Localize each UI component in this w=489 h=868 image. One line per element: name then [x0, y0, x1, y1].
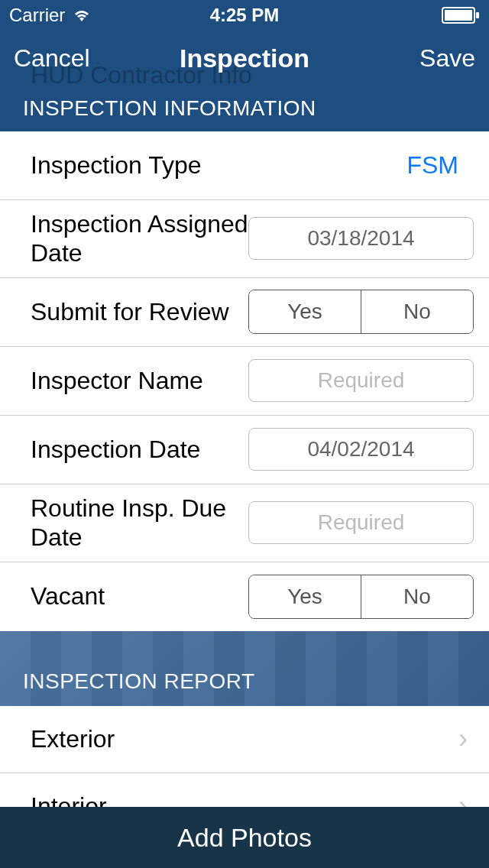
label-routine-due: Routine Insp. Due Date	[31, 494, 248, 552]
submit-review-yes[interactable]: Yes	[249, 290, 361, 333]
section-header-report-label: INSPECTION REPORT	[23, 669, 255, 693]
input-inspection-date[interactable]	[248, 428, 474, 471]
vacant-yes[interactable]: Yes	[249, 575, 361, 618]
save-button[interactable]: Save	[419, 44, 475, 73]
vacant-no[interactable]: No	[361, 575, 473, 618]
svg-rect-1	[445, 10, 472, 21]
row-vacant: Vacant Yes No	[0, 562, 489, 631]
row-submit-review: Submit for Review Yes No	[0, 278, 489, 347]
label-inspector-name: Inspector Name	[31, 366, 248, 395]
nav-bar: HUD Contractor Info Cancel Inspection Sa…	[0, 31, 489, 86]
status-bar: Carrier 4:25 PM	[0, 0, 489, 31]
carrier-label: Carrier	[9, 5, 65, 26]
input-routine-due[interactable]	[248, 501, 474, 544]
label-assigned-date: Inspection Assigned Date	[31, 209, 248, 268]
status-time: 4:25 PM	[210, 5, 280, 26]
value-inspection-type[interactable]: FSM	[406, 151, 474, 180]
wifi-icon	[71, 8, 92, 23]
row-inspection-date: Inspection Date	[0, 416, 489, 484]
battery-icon	[442, 7, 480, 24]
svg-rect-2	[476, 12, 479, 18]
label-submit-review: Submit for Review	[31, 297, 248, 326]
label-inspection-date: Inspection Date	[31, 435, 248, 464]
row-routine-due: Routine Insp. Due Date	[0, 484, 489, 562]
section-header-inspection-report: INSPECTION REPORT	[0, 631, 489, 706]
section-header-inspection-info: INSPECTION INFORMATION	[0, 86, 489, 131]
segmented-vacant: Yes No	[248, 575, 474, 619]
list-item-exterior[interactable]: Exterior ›	[0, 706, 489, 773]
row-inspection-type: Inspection Type FSM	[0, 131, 489, 200]
segmented-submit-review: Yes No	[248, 290, 474, 334]
input-inspector-name[interactable]	[248, 359, 474, 402]
add-photos-button[interactable]: Add Photos	[0, 807, 489, 868]
chevron-right-icon: ›	[458, 723, 468, 755]
page-title: Inspection	[180, 44, 309, 73]
submit-review-no[interactable]: No	[361, 290, 473, 333]
row-inspector-name: Inspector Name	[0, 347, 489, 416]
input-assigned-date[interactable]	[248, 217, 474, 260]
label-vacant: Vacant	[31, 581, 248, 611]
cancel-button[interactable]: Cancel	[14, 44, 90, 73]
row-assigned-date: Inspection Assigned Date	[0, 200, 489, 278]
list-label-exterior: Exterior	[31, 725, 115, 753]
label-inspection-type: Inspection Type	[31, 151, 406, 180]
